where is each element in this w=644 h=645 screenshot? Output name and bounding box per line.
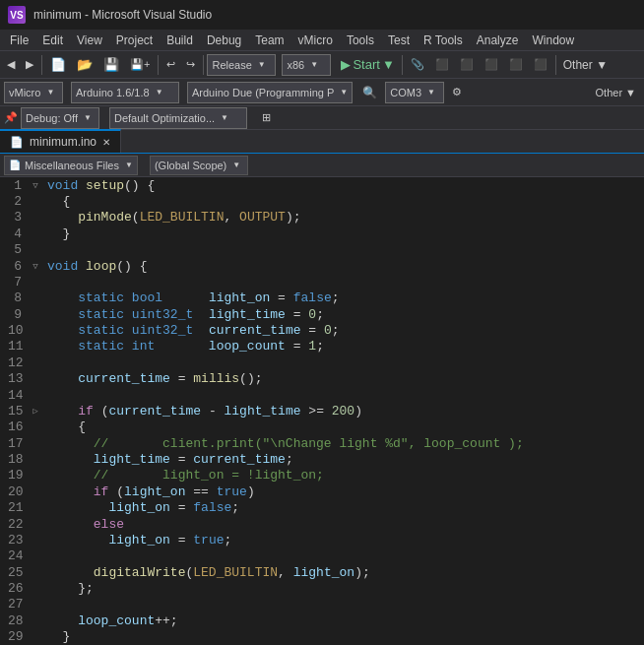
menu-window[interactable]: Window: [526, 32, 580, 49]
board-label: Arduino 1.6/1.8: [76, 87, 150, 98]
tab-close-button[interactable]: ✕: [102, 137, 110, 148]
file-icon: 📄: [10, 136, 24, 149]
menu-project[interactable]: Project: [110, 32, 159, 49]
code-line: 13 current_time = millis();: [0, 371, 524, 387]
configuration-dropdown[interactable]: Release ▼: [207, 54, 276, 76]
tool2-button[interactable]: ⬛: [455, 54, 479, 76]
line-number: 20: [0, 484, 28, 499]
expand-button[interactable]: ⊞: [257, 107, 276, 129]
code-line: 26 };: [0, 580, 524, 596]
line-number: 19: [0, 468, 28, 483]
menu-team[interactable]: Team: [249, 32, 290, 49]
line-number: 11: [0, 339, 28, 354]
debug-label: Debug: Off: [26, 112, 78, 124]
code-line: 18 light_time = current_time;: [0, 451, 524, 467]
code-line: 3 pinMode(LED_BUILTIN, OUTPUT);: [0, 210, 524, 226]
code-line: 6▽void loop() {: [0, 258, 524, 274]
collapse-gutter[interactable]: ▽: [28, 180, 43, 191]
menu-tools[interactable]: Tools: [341, 32, 380, 49]
line-number: 8: [0, 290, 28, 305]
code-line: 10 static uint32_t current_time = 0;: [0, 322, 524, 338]
menu-analyze[interactable]: Analyze: [471, 32, 525, 49]
code-content: {: [43, 419, 86, 434]
port-dropdown[interactable]: Arduino Due (Programming P ▼: [187, 82, 353, 103]
code-line: 8 static bool light_on = false;: [0, 290, 524, 306]
collapse-gutter[interactable]: ▽: [28, 261, 43, 272]
menu-vmicro[interactable]: vMicro: [292, 32, 339, 49]
menu-file[interactable]: File: [4, 32, 34, 49]
pin-icon: 📌: [4, 111, 18, 124]
tool4-button[interactable]: ⬛: [504, 54, 528, 76]
collapse-gutter[interactable]: ▷: [28, 406, 43, 417]
code-content: }: [43, 629, 70, 644]
forward-button[interactable]: ▶: [21, 54, 38, 76]
menu-rtools[interactable]: R Tools: [418, 32, 469, 49]
config-caret: ▼: [258, 60, 266, 69]
undo-button[interactable]: ↩: [161, 54, 180, 76]
code-line: 15▷ if (current_time - light_time >= 200…: [0, 403, 524, 419]
tab-bar: 📄 minimum.ino ✕: [0, 130, 644, 154]
com-dropdown[interactable]: COM3 ▼: [385, 82, 444, 103]
start-button[interactable]: ▶ Start ▼: [337, 54, 398, 76]
debug-dropdown[interactable]: Debug: Off ▼: [21, 107, 99, 129]
code-content: pinMode(LED_BUILTIN, OUTPUT);: [43, 210, 301, 225]
code-line: 1▽void setup() {: [0, 177, 524, 193]
code-line: 2 {: [0, 193, 524, 209]
code-content: light_time = current_time;: [43, 452, 293, 467]
file-tab[interactable]: 📄 minimum.ino ✕: [0, 129, 121, 153]
code-editor: 1▽void setup() {2 {3 pinMode(LED_BUILTIN…: [0, 177, 644, 645]
file-scope-caret: ▼: [125, 161, 133, 169]
tool3-button[interactable]: ⬛: [480, 54, 503, 76]
line-number: 6: [0, 259, 28, 274]
attach-button[interactable]: 📎: [406, 54, 429, 76]
back-button[interactable]: ◀: [2, 54, 20, 76]
separator5: [555, 55, 556, 75]
optimization-dropdown[interactable]: Default Optimizatio... ▼: [109, 107, 247, 129]
line-number: 7: [0, 275, 28, 290]
tool5-button[interactable]: ⬛: [529, 54, 552, 76]
line-number: 4: [0, 226, 28, 241]
debug-toolbar: 📌 Debug: Off ▼ Default Optimizatio... ▼ …: [0, 106, 644, 130]
separator4: [402, 55, 403, 75]
global-scope-dropdown[interactable]: (Global Scope) ▼: [150, 156, 248, 175]
global-scope-label: (Global Scope): [155, 160, 226, 171]
code-content: static uint32_t light_time = 0;: [43, 307, 324, 322]
menu-build[interactable]: Build: [161, 32, 199, 49]
vmicro-dropdown[interactable]: vMicro ▼: [4, 82, 63, 103]
save-button[interactable]: 💾: [98, 54, 124, 76]
code-line: 25 digitalWrite(LED_BUILTIN, light_on);: [0, 564, 524, 580]
vs-logo-icon: VS: [8, 6, 26, 24]
open-file-button[interactable]: 📂: [72, 54, 97, 76]
save-all-button[interactable]: 💾+: [125, 54, 155, 76]
com-caret: ▼: [427, 88, 435, 97]
code-content: {: [43, 194, 70, 209]
start-label: Start: [353, 57, 379, 72]
new-file-button[interactable]: 📄: [45, 54, 71, 76]
code-line: 29 }: [0, 629, 524, 645]
line-number: 29: [0, 629, 28, 644]
board-dropdown[interactable]: Arduino 1.6/1.8 ▼: [71, 82, 179, 103]
other2-label[interactable]: Other ▼: [592, 85, 640, 100]
code-content: static int loop_count = 1;: [43, 339, 324, 354]
code-line: 23 light_on = true;: [0, 532, 524, 548]
play-icon: ▶: [341, 57, 351, 72]
com-label: COM3: [390, 87, 421, 98]
tool1-button[interactable]: ⬛: [430, 54, 454, 76]
menu-debug[interactable]: Debug: [201, 32, 247, 49]
vmicro-caret: ▼: [46, 88, 54, 97]
board-caret: ▼: [156, 88, 163, 97]
menu-view[interactable]: View: [71, 32, 108, 49]
redo-button[interactable]: ↪: [181, 54, 200, 76]
other-label[interactable]: Other ▼: [559, 56, 612, 74]
global-scope-caret: ▼: [232, 161, 240, 169]
configuration-label: Release: [212, 59, 251, 71]
menu-test[interactable]: Test: [382, 32, 416, 49]
file-scope-dropdown[interactable]: 📄 Miscellaneous Files ▼: [4, 156, 138, 175]
com-settings-button[interactable]: ⚙: [447, 82, 467, 103]
platform-dropdown[interactable]: x86 ▼: [282, 54, 331, 76]
menu-edit[interactable]: Edit: [36, 32, 69, 49]
code-line: 5: [0, 242, 524, 258]
code-line: 9 static uint32_t light_time = 0;: [0, 306, 524, 322]
code-line: 11 static int loop_count = 1;: [0, 339, 524, 355]
line-number: 21: [0, 500, 28, 515]
